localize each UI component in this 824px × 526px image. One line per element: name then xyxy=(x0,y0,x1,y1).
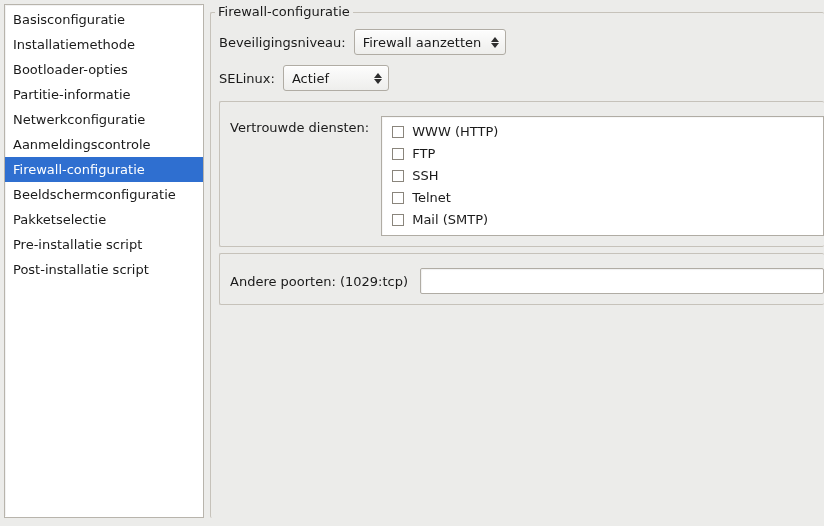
checkbox-ftp[interactable] xyxy=(392,148,404,160)
sidebar-list: Basisconfiguratie Installatiemethode Boo… xyxy=(5,5,203,284)
firewall-group: Firewall-configuratie Beveiligingsniveau… xyxy=(210,12,824,518)
sidebar: Basisconfiguratie Installatiemethode Boo… xyxy=(4,4,204,518)
sidebar-item-installatiemethode[interactable]: Installatiemethode xyxy=(5,32,203,57)
service-label: WWW (HTTP) xyxy=(412,123,498,141)
checkbox-mail[interactable] xyxy=(392,214,404,226)
sidebar-item-netwerkconfiguratie[interactable]: Netwerkconfiguratie xyxy=(5,107,203,132)
svg-marker-1 xyxy=(491,43,499,48)
main-panel: Firewall-configuratie Beveiligingsniveau… xyxy=(210,4,824,522)
sidebar-item-bootloader-opties[interactable]: Bootloader-opties xyxy=(5,57,203,82)
svg-marker-0 xyxy=(491,37,499,42)
service-row-ftp[interactable]: FTP xyxy=(382,143,823,165)
service-row-www[interactable]: WWW (HTTP) xyxy=(382,121,823,143)
selinux-row: SELinux: Actief xyxy=(219,65,816,91)
service-label: SSH xyxy=(412,167,438,185)
selinux-combo[interactable]: Actief xyxy=(283,65,389,91)
sidebar-item-beeldschermconfiguratie[interactable]: Beeldschermconfiguratie xyxy=(5,182,203,207)
selinux-value: Actief xyxy=(292,71,329,86)
sidebar-item-pre-installatie-script[interactable]: Pre-installatie script xyxy=(5,232,203,257)
checkbox-www[interactable] xyxy=(392,126,404,138)
other-ports-label: Andere poorten: (1029:tcp) xyxy=(230,268,408,294)
security-level-combo[interactable]: Firewall aanzetten xyxy=(354,29,507,55)
other-ports-input[interactable] xyxy=(420,268,824,294)
selinux-label: SELinux: xyxy=(219,71,275,86)
sidebar-item-firewall-configuratie[interactable]: Firewall-configuratie xyxy=(5,157,203,182)
service-row-ssh[interactable]: SSH xyxy=(382,165,823,187)
sidebar-item-post-installatie-script[interactable]: Post-installatie script xyxy=(5,257,203,282)
sidebar-item-aanmeldingscontrole[interactable]: Aanmeldingscontrole xyxy=(5,132,203,157)
service-row-mail[interactable]: Mail (SMTP) xyxy=(382,209,823,231)
service-label: Mail (SMTP) xyxy=(412,211,488,229)
sidebar-item-pakketselectie[interactable]: Pakketselectie xyxy=(5,207,203,232)
checkbox-telnet[interactable] xyxy=(392,192,404,204)
service-row-telnet[interactable]: Telnet xyxy=(382,187,823,209)
svg-marker-3 xyxy=(374,79,382,84)
checkbox-ssh[interactable] xyxy=(392,170,404,182)
updown-icon xyxy=(374,73,382,84)
security-level-value: Firewall aanzetten xyxy=(363,35,482,50)
sidebar-item-partitie-informatie[interactable]: Partitie-informatie xyxy=(5,82,203,107)
sidebar-item-basisconfiguratie[interactable]: Basisconfiguratie xyxy=(5,7,203,32)
trusted-services-list: WWW (HTTP) FTP SSH Telnet xyxy=(381,116,824,236)
service-label: Telnet xyxy=(412,189,451,207)
firewall-group-legend: Firewall-configuratie xyxy=(215,4,353,19)
security-level-label: Beveiligingsniveau: xyxy=(219,35,346,50)
trusted-services-label: Vertrouwde diensten: xyxy=(230,116,369,236)
other-ports-group: Andere poorten: (1029:tcp) xyxy=(219,253,824,305)
svg-marker-2 xyxy=(374,73,382,78)
security-level-row: Beveiligingsniveau: Firewall aanzetten xyxy=(219,29,816,55)
updown-icon xyxy=(491,37,499,48)
trusted-services-group: Vertrouwde diensten: WWW (HTTP) FTP S xyxy=(219,101,824,247)
service-label: FTP xyxy=(412,145,435,163)
